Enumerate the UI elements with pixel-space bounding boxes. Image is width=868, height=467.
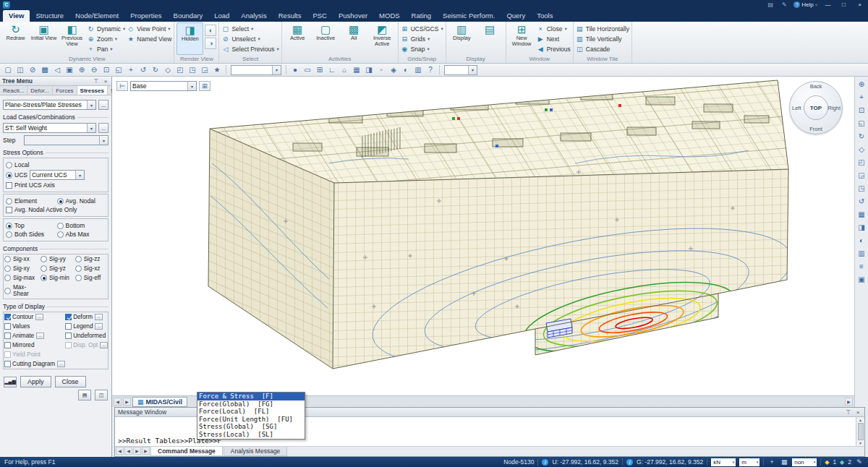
top-view-icon[interactable]: ◰ [174,64,186,75]
menu-tab[interactable]: Boundary [168,10,209,22]
help-menu[interactable]: ?Help▾ [793,1,817,8]
close-button[interactable]: × [854,1,865,8]
ribbon-menu-button[interactable]: ◇View Point▾ [127,25,171,33]
print-output-button[interactable]: ◫ [95,390,108,400]
component-radio[interactable]: Sig-xy [4,265,40,272]
display-option-checkbox[interactable]: Values... [4,323,65,330]
ribbon-menu-button[interactable]: ↻Dynamic▾ [87,25,125,33]
ribbon-menu-button[interactable]: ⊘Unselect▾ [221,35,278,43]
wireframe-icon[interactable]: ▦ [351,64,362,75]
legend-icon[interactable]: ≡ [856,261,867,271]
display-option-checkbox[interactable]: Animate... [4,333,65,339]
display-option-button[interactable]: ▤ [477,22,503,55]
menu-tab[interactable]: Pushover [333,10,373,22]
tab-scroll-end-button[interactable]: ▶ [845,398,853,406]
close-icon[interactable]: × [102,78,109,85]
left-view-icon[interactable]: ◲ [856,170,867,180]
tab-scroll-left-button[interactable]: ◀ [114,398,122,406]
display-option-checkbox[interactable]: Yield Point... [4,351,65,358]
options-button[interactable]: ... [57,361,65,367]
dynamic-rotate-icon[interactable]: ↻ [856,131,867,141]
display-option-checkbox[interactable]: Contour... [4,314,65,320]
quick-access-icon-1[interactable]: ▤ [766,1,775,8]
view-compass[interactable]: Back Left Right Front TOP [789,81,843,134]
rotate-right-icon[interactable]: ↻ [150,64,161,75]
ucs-icon[interactable]: ∟ [326,64,338,75]
home-view-icon[interactable]: ⌂ [339,64,350,75]
print-ucs-axis-checkbox[interactable]: Print UCS Axis [6,181,55,189]
ucs-radio[interactable]: UCS [6,171,27,179]
menu-tab[interactable]: Properties [124,10,167,22]
top-view-icon[interactable]: ◰ [856,157,867,167]
ribbon-menu-button[interactable]: ⊕Zoom▾ [87,35,125,43]
menu-tab[interactable]: Seismic Perform. [437,10,501,22]
select-previous-icon[interactable]: ◁ [51,64,63,75]
both-sides-radio[interactable]: Both Sides [6,231,55,238]
result-category-tab[interactable]: Forces [53,86,77,95]
hidden-line-icon[interactable]: ◨ [363,64,375,75]
inactive-button[interactable]: ▢Inactive [312,22,339,55]
model-canvas[interactable] [112,77,854,395]
hidden-icon[interactable]: ◨ [856,222,867,232]
view-plane-combo[interactable]: Base▾ [130,81,197,91]
grid-icon[interactable]: ⊞ [314,64,326,75]
ribbon-menu-button[interactable]: ◉Snap▾ [401,45,443,53]
popup-menu-item[interactable]: Force(Global) [FG] [197,400,305,408]
dynamic-pan-icon[interactable]: + [856,92,867,102]
grid-toggle-icon[interactable]: ▦ [780,458,788,466]
ribbon-menu-button[interactable]: ◀Previous▾ [537,45,571,53]
render-toggle-2[interactable]: ◑ [205,38,216,49]
select-all-icon[interactable]: ▩ [39,64,51,75]
popup-menu-item[interactable]: Force(Local) [FL] [197,408,305,416]
close-panel-button[interactable]: Close [55,376,86,387]
local-radio[interactable]: Local [6,161,29,168]
component-radio[interactable]: Sig-max [4,275,40,281]
snap-toggle-icon[interactable]: + [767,458,776,466]
menu-tab[interactable]: Node/Element [69,10,124,22]
menu-tab[interactable]: Analysis [235,10,272,22]
named-plane-combo[interactable]: ▾ [444,65,477,75]
shrink-icon[interactable]: ▫ [375,64,387,75]
menu-tab[interactable]: MODS [373,10,406,22]
select-window-icon[interactable]: ◫ [14,64,26,75]
length-unit-combo[interactable]: m▾ [739,458,760,466]
ribbon-menu-button[interactable]: ▶Next▾ [537,35,571,43]
previous-view-icon[interactable]: ↺ [856,196,867,206]
tab-scroll-right-button[interactable]: ▶ [123,398,131,406]
result-category-tab[interactable]: Stresses [77,86,108,95]
ribbon-menu-button[interactable]: ▢Select▾ [221,25,278,33]
result-category-tab[interactable]: Defor... [27,86,53,95]
iso-view-icon[interactable]: ◇ [162,64,174,75]
menu-tab[interactable]: Results [273,10,307,22]
load-case-options-button[interactable]: ... [98,123,109,133]
ribbon-menu-button[interactable]: ×Close▾ [537,25,571,33]
options-button[interactable]: ... [35,314,43,320]
zoom-window-icon[interactable]: ⊡ [856,105,867,115]
compass-left[interactable]: Left [792,105,801,111]
active-button[interactable]: ▦Active [284,22,311,55]
compass-back[interactable]: Back [810,83,822,90]
iso-view-icon[interactable]: ◇ [856,144,867,154]
menu-tab[interactable]: View [3,10,30,22]
menu-tab[interactable]: Tools [531,10,558,22]
component-radio[interactable]: Sig-min [41,275,75,281]
ribbon-menu-button[interactable]: ⊟Grids▾ [401,35,443,43]
ribbon-menu-button[interactable]: +Pan▾ [87,45,125,53]
all-button[interactable]: ▩All [341,22,367,55]
component-radio[interactable]: Sig-yy [41,256,75,262]
msg-nav-prev-button[interactable]: ◀ [124,447,132,455]
zoom-out-icon[interactable]: ⊖ [88,64,100,75]
msg-nav-next-button[interactable]: ▶ [133,447,141,455]
previous-view-button[interactable]: ◧Previous View [59,22,85,55]
zoom-window-icon[interactable]: ⊡ [101,64,112,75]
ribbon-menu-button[interactable]: ▤Tile Horizontally▾ [576,25,629,33]
result-type-combo[interactable]: Plane-Stress/Plate Stresses▾ [3,100,96,110]
plane-grid-button[interactable]: ⊞ [199,81,210,91]
display-option-checkbox[interactable]: Mirrored... [4,342,65,348]
popup-menu-item[interactable]: Force(Unit Length) [FU] [197,416,305,424]
render-toggle-1[interactable]: ◐ [205,25,216,36]
element-icon[interactable]: ▭ [302,64,313,75]
scrollbar-thumb[interactable] [858,423,864,440]
perspective-icon[interactable]: ◈ [388,64,399,75]
abs-max-radio[interactable]: Abs Max [57,231,106,238]
